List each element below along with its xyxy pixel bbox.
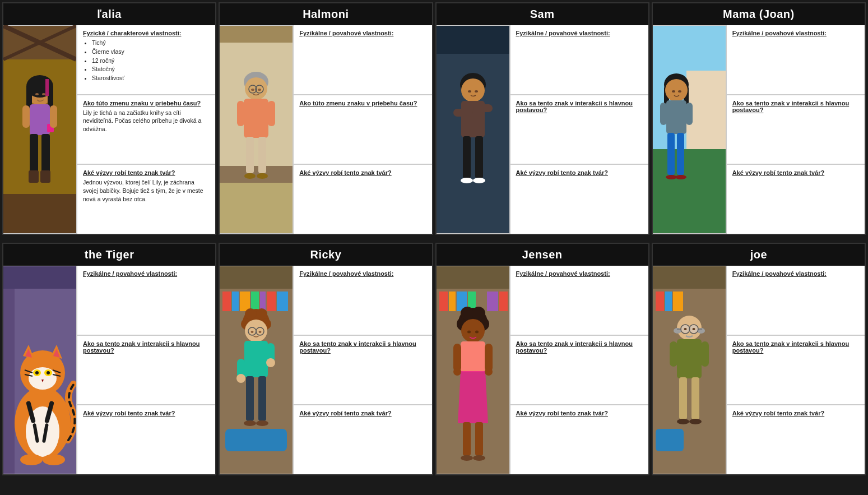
list-item: 12 ročný [92,57,210,66]
svg-rect-32 [246,137,254,173]
card-header-tiger: the Tiger [3,244,215,266]
svg-rect-63 [660,103,667,125]
section3-talia: Aké výzvy robí tento znak tvár?Jednou vý… [77,165,215,234]
section3-jensen: Aké výzvy robí tento znak tvár? [510,405,648,474]
svg-rect-21 [220,26,293,43]
section2-title-ricky: Ako sa tento znak v interakcii s hlavnou… [299,340,426,354]
svg-rect-68 [3,266,76,289]
svg-rect-141 [485,344,493,372]
svg-point-112 [251,331,254,333]
card-content-ricky: Fyzikálne / povahové vlastnosti:Ako sa t… [293,266,431,474]
svg-point-36 [244,173,256,179]
card-joe: joe Fyzikálne [652,243,866,475]
card-header-sam: Sam [437,3,648,25]
svg-point-50 [473,178,485,183]
svg-rect-166 [691,377,699,419]
card-halmoni: Halmoni Fyzikálne / povahové vlastnosti:… [219,2,433,235]
svg-rect-12 [30,104,50,135]
svg-rect-140 [453,344,461,372]
svg-rect-114 [244,341,268,377]
card-content-mama: Fyzikálne / povahové vlastnosti:Ako sa t… [726,25,865,234]
svg-point-66 [675,175,686,179]
svg-rect-17 [41,134,50,173]
svg-point-91 [20,454,43,465]
section2-title-mama: Ako sa tento znak v interakcii s hlavnou… [732,100,859,113]
svg-rect-152 [673,292,683,311]
svg-point-122 [256,420,268,426]
svg-point-84 [35,371,39,374]
section1-title-ricky: Fyzikálne / povahové vlastnosti: [299,270,426,277]
svg-rect-64 [686,103,693,125]
section1-sam: Fyzikálne / povahové vlastnosti: [510,25,648,95]
svg-rect-47 [463,136,471,178]
card-image-halmoni [220,25,293,234]
svg-rect-94 [220,266,293,289]
svg-point-25 [245,77,267,100]
list-item: Čierne vlasy [92,48,210,57]
svg-rect-18 [29,170,39,183]
section1-title-sam: Fyzikálne / povahové vlastnosti: [516,30,643,36]
svg-rect-119 [246,376,254,421]
svg-rect-149 [653,266,726,289]
svg-point-43 [475,90,478,92]
section1-title-talia: Fyzické / charakterové vlastnosti: [83,30,210,36]
svg-point-26 [251,89,254,91]
section1-joe: Fyzikálne / povahové vlastnosti: [727,266,865,336]
card-body-sam: Fyzikálne / povahové vlastnosti:Ako sa t… [437,25,648,234]
section2-halmoni: Ako túto zmenu znaku v priebehu času? [294,95,431,165]
card-image-joe [653,266,726,474]
svg-rect-101 [277,292,288,311]
list-item: Tichý [92,39,210,48]
section1-title-tiger: Fyzikálne / povahové vlastnosti: [83,270,210,277]
svg-rect-125 [439,292,448,311]
svg-rect-9 [45,79,49,96]
svg-point-170 [689,419,702,424]
svg-rect-34 [237,101,244,126]
svg-rect-130 [499,292,508,311]
svg-rect-16 [30,134,38,173]
svg-rect-48 [475,136,483,178]
svg-rect-124 [437,266,509,289]
svg-point-118 [266,358,275,367]
svg-point-37 [257,173,268,179]
section2-title-jensen: Ako sa tento znak v interakcii s hlavnou… [516,340,643,354]
svg-point-136 [461,319,485,343]
list-item: Statočný [92,65,210,74]
svg-rect-139 [461,341,485,372]
svg-rect-126 [449,292,456,311]
svg-rect-153 [656,429,684,451]
svg-rect-164 [677,339,702,378]
section3-sam: Aké výzvy robí tento znak tvár? [510,165,648,234]
section1-halmoni: Fyzikálne / povahové vlastnosti: [294,25,431,95]
svg-point-41 [461,78,485,102]
section2-title-talia: Ako túto zmenu znaku v priebehu času? [83,100,210,107]
svg-point-117 [236,374,245,383]
svg-rect-100 [267,292,276,311]
svg-point-27 [258,89,261,91]
section3-title-talia: Aké výzvy robí tento znak tvár? [83,169,210,176]
svg-rect-129 [487,292,498,311]
svg-rect-120 [258,376,266,421]
svg-rect-31 [244,99,268,138]
card-image-jensen [437,266,509,474]
svg-rect-46 [473,104,493,112]
svg-point-49 [461,178,473,183]
section3-title-joe: Aké výzvy robí tento znak tvár? [732,410,859,417]
svg-point-77 [29,367,57,390]
list-item: Starostlivosť [92,74,210,83]
card-ricky: Ricky [219,243,433,475]
svg-rect-167 [670,341,677,367]
svg-point-107 [256,308,267,320]
svg-rect-4 [3,194,76,233]
section1-title-halmoni: Fyzikálne / povahové vlastnosti: [299,30,426,36]
card-image-tiger [3,266,76,474]
card-content-talia: Fyzické / charakterové vlastnosti:TichýČ… [76,25,215,234]
svg-rect-69 [3,289,15,474]
svg-rect-165 [679,377,687,419]
svg-rect-35 [268,101,275,126]
svg-point-138 [475,331,479,334]
card-mama: Mama (Joan) Fyzikálne / povahové vlastno… [652,2,866,235]
svg-rect-62 [677,133,684,175]
section3-halmoni: Aké výzvy robí tento znak tvár? [294,165,431,234]
svg-rect-39 [437,26,509,54]
